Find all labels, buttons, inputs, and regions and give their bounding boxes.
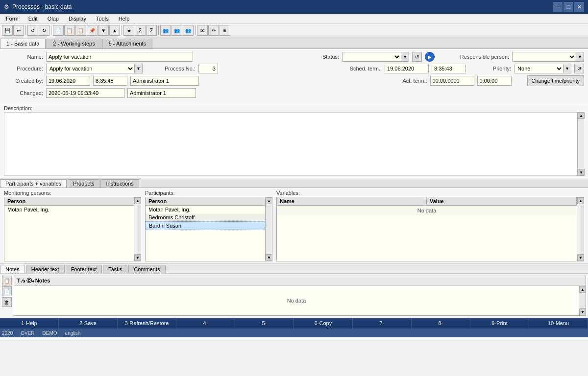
monitoring-scroll-down[interactable]: ▼ [134,254,141,261]
variables-scroll-down[interactable]: ▼ [577,254,584,261]
change-time-priority-button[interactable]: Change time/priority [527,75,584,86]
undo-button[interactable]: ↩ [13,25,24,36]
menu-button[interactable]: ≡ [220,25,230,36]
created-date-input [46,76,90,86]
toolbar-separator-2 [51,25,51,35]
top-tabs: 1 - Basic data 2 - Working steps 9 - Att… [0,37,588,49]
changed-label: Changed: [4,90,43,96]
app-icon: ⚙ [4,3,9,10]
status-1-help[interactable]: 1-Help [0,318,59,329]
variables-scroll-track[interactable] [577,204,584,254]
monitoring-row[interactable]: Motan Pavel, Ing. [4,206,134,213]
tab-comments[interactable]: Comments [128,265,165,273]
sched-time-input[interactable] [432,64,466,73]
save-button[interactable]: 💾 [2,25,13,36]
status-dropdown-btn[interactable]: ▼ [401,52,409,62]
down-button[interactable]: ▼ [98,25,109,36]
copy-button[interactable]: 📋 [64,25,75,36]
menu-help[interactable]: Help [115,15,134,23]
status-play-btn[interactable]: ▶ [425,52,435,62]
tab-notes[interactable]: Notes [0,265,25,273]
notes-paste-btn[interactable]: 📄 [2,286,12,296]
toolbar-separator-5 [195,25,196,35]
procedure-select[interactable]: Apply for vacation [46,64,134,73]
tab-instructions[interactable]: Instructions [100,179,139,188]
notes-tabs: Notes Header text Footer text Tasks Comm… [0,264,588,274]
tab-working-steps[interactable]: 2 - Working steps [47,39,101,48]
status-refresh-btn[interactable]: ↺ [412,52,422,62]
tab-header-text[interactable]: Header text [26,265,65,273]
monitoring-scroll-up[interactable]: ▲ [134,197,141,204]
process-no-input[interactable] [198,64,218,73]
status-10-menu[interactable]: 10-Menu [529,318,588,329]
users-button[interactable]: 👥 [160,25,171,36]
status-select[interactable] [342,52,401,62]
menu-form[interactable]: Form [2,15,23,23]
tab-tasks[interactable]: Tasks [103,265,127,273]
sum2-button[interactable]: Σ [146,25,157,36]
priority-dropdown-btn[interactable]: ▼ [563,64,571,73]
menu-edit[interactable]: Edit [24,15,42,23]
notes-clear-btn[interactable]: 🗑 [2,297,12,307]
participants-grid: Person Motan Pavel, Ing. Bedrooms Christ… [145,197,266,261]
status-9-print[interactable]: 9-Print [470,318,529,329]
new-button[interactable]: 📄 [53,25,64,36]
status-3-refresh[interactable]: 3-Refresh/Restore [118,318,176,329]
maximize-button[interactable]: □ [564,2,573,12]
menu-olap[interactable]: Olap [44,15,63,23]
up-button[interactable]: ▲ [109,25,120,36]
status-5[interactable]: 5- [235,318,294,329]
sched-date-input[interactable] [385,64,429,73]
responsible-dropdown-btn[interactable]: ▼ [576,52,584,62]
scroll-up-arrow[interactable]: ▲ [578,112,585,119]
participants-scroll-up[interactable]: ▲ [266,197,272,204]
refresh-button[interactable]: ↺ [27,25,38,36]
users3-button[interactable]: 👥 [183,25,194,36]
tab-attachments[interactable]: 9 - Attachments [102,39,152,48]
status-8[interactable]: 8- [412,318,470,329]
restore-button[interactable]: ↻ [39,25,49,36]
scroll-down-arrow[interactable]: ▼ [578,169,585,176]
scroll-track[interactable] [578,119,584,169]
tab-basic-data[interactable]: 1 - Basic data [0,39,46,48]
responsible-select[interactable] [512,52,576,62]
notes-copy-btn[interactable]: 📋 [2,276,12,285]
act-time-input[interactable] [477,76,512,86]
status-6-copy[interactable]: 6-Copy [294,318,353,329]
description-textarea[interactable] [4,112,584,176]
tab-products[interactable]: Products [68,179,99,188]
participants-scroll-track[interactable] [266,204,272,254]
menu-tools[interactable]: Tools [92,15,113,23]
star-button[interactable]: ★ [123,25,134,36]
users2-button[interactable]: 👥 [172,25,182,36]
status-7[interactable]: 7- [353,318,412,329]
status-2-save[interactable]: 2-Save [59,318,118,329]
participants-row-0[interactable]: Motan Pavel, Ing. [146,206,265,213]
priority-reset-btn[interactable]: ↺ [574,64,584,73]
sum-button[interactable]: Σ [135,25,146,36]
notes-body[interactable]: No data [14,286,579,315]
edit-button[interactable]: ✏ [208,25,219,36]
participants-scroll-down[interactable]: ▼ [266,254,272,261]
notes-scroll-down[interactable]: ▼ [579,308,586,315]
pin-button[interactable]: 📌 [87,25,98,36]
notes-scroll-track[interactable] [579,293,586,308]
tab-participants[interactable]: Participants + variables [0,179,67,188]
participants-row-1[interactable]: Bedrooms Christoff [146,213,265,221]
close-button[interactable]: ✕ [574,2,584,12]
email-button[interactable]: ✉ [197,25,208,36]
variables-scroll-up[interactable]: ▲ [577,197,584,204]
name-input[interactable] [46,52,193,62]
monitoring-col-header: Person [4,197,134,206]
act-date-input[interactable] [430,76,474,86]
minimize-button[interactable]: ─ [553,2,563,12]
priority-select[interactable]: None [514,64,563,73]
procedure-dropdown-btn[interactable]: ▼ [134,64,143,73]
notes-scroll-up[interactable]: ▲ [579,286,586,293]
menu-display[interactable]: Display [65,15,90,23]
monitoring-scroll-track[interactable] [134,204,141,254]
paste-button[interactable]: 📋 [75,25,86,36]
participants-row-2[interactable]: Bardin Susan [146,221,265,230]
tab-footer-text[interactable]: Footer text [66,265,102,273]
status-4[interactable]: 4- [176,318,235,329]
